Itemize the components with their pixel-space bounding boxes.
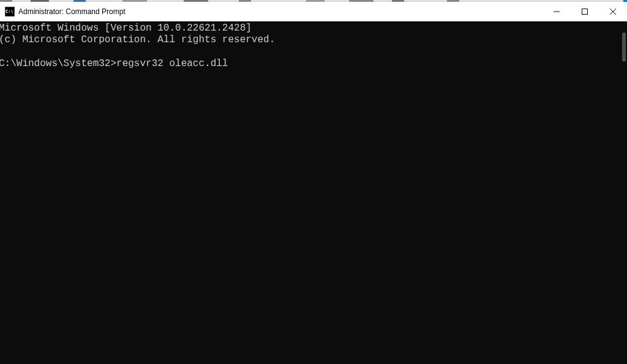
minimize-button[interactable]	[543, 2, 571, 21]
minimize-icon	[554, 9, 560, 15]
version-line: Microsoft Windows [Version 10.0.22621.24…	[0, 23, 252, 34]
command-prompt-window: C:\ Administrator: Command Prompt	[0, 2, 627, 364]
copyright-line: (c) Microsoft Corporation. All rights re…	[0, 34, 275, 45]
command-text: regsvr32 oleacc.dll	[116, 58, 228, 69]
window-controls	[543, 2, 627, 21]
maximize-icon	[582, 9, 588, 15]
title-bar-left: C:\ Administrator: Command Prompt	[5, 7, 126, 17]
cmd-icon: C:\	[5, 7, 15, 17]
close-button[interactable]	[599, 2, 627, 21]
close-icon	[610, 9, 616, 15]
terminal-output[interactable]: Microsoft Windows [Version 10.0.22621.24…	[0, 21, 627, 364]
svg-rect-3	[582, 9, 588, 14]
window-title: Administrator: Command Prompt	[18, 7, 126, 16]
prompt-text: C:\Windows\System32>	[0, 58, 116, 69]
svg-text:C:\: C:\	[6, 9, 13, 14]
maximize-button[interactable]	[571, 2, 599, 21]
scrollbar-thumb[interactable]	[622, 32, 626, 62]
title-bar[interactable]: C:\ Administrator: Command Prompt	[0, 2, 627, 21]
scrollbar-track[interactable]	[617, 21, 627, 364]
